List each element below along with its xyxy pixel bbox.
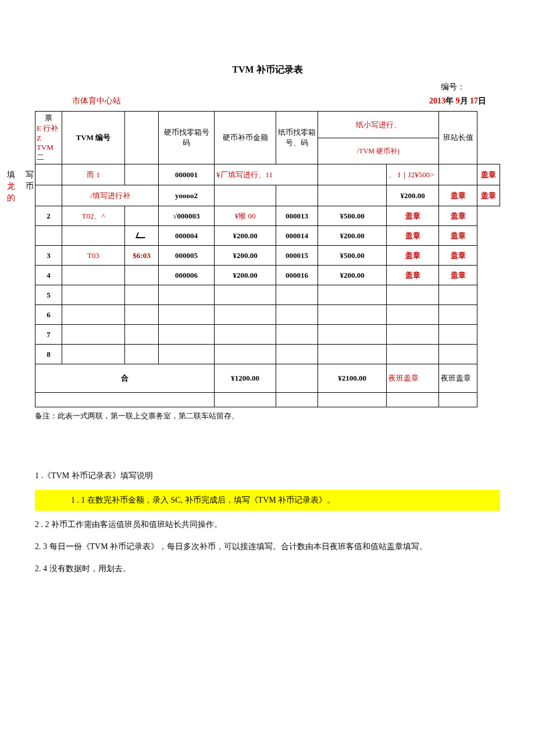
tvm-cell — [62, 226, 125, 246]
time-cell — [125, 164, 159, 185]
margin-word: 币 — [26, 181, 34, 192]
stamp2-cell: 盖章 — [477, 164, 500, 185]
total-empty — [276, 364, 318, 393]
stamp2-cell: 盖章 — [439, 266, 477, 285]
stamp2-cell — [439, 325, 477, 345]
time-cell — [125, 285, 159, 305]
stamp1-cell: 盖章 — [387, 226, 439, 246]
total-stamp2: 夜班盖章 — [439, 364, 477, 393]
time-cell — [125, 325, 159, 345]
seq-cell: 3 — [35, 246, 62, 266]
coinbox-cell — [159, 285, 215, 305]
coinbox-cell: 000005 — [159, 246, 215, 266]
paperamt-cell: ¥500.00 — [318, 206, 387, 226]
header-paperamt: 纸小写进行、 — [318, 112, 439, 138]
coinbox-cell — [159, 345, 215, 364]
table-row: 5 — [35, 285, 500, 305]
seq-cell: 7 — [35, 325, 62, 345]
table-row: 7 — [35, 325, 500, 345]
instruction-2-4: 2. 4 没有数据时，用划去。 — [35, 561, 500, 577]
coinbox-cell: √000003 — [159, 206, 215, 226]
coinbox-cell: 000001 — [159, 164, 215, 185]
time-cell — [125, 305, 159, 325]
paperamt-cell — [318, 345, 387, 364]
coinamt-cell — [215, 305, 276, 325]
record-date: 2013年 9月 17日 — [429, 96, 486, 106]
margin-word: 龙 — [7, 181, 15, 192]
tvm-cell: T02、^ — [62, 206, 125, 226]
header-paperamt-sub: /TVM 硬币补) — [318, 138, 439, 164]
paperamt-cell — [318, 285, 387, 305]
margin-word: 的 — [7, 193, 15, 203]
stamp1-cell: 盖章 — [387, 246, 439, 266]
seq-cell: 4 — [35, 266, 62, 285]
table-row: 8 — [35, 345, 500, 364]
paperamt-cell: ¥200.00 — [318, 226, 387, 246]
coinbox-cell: yoooo2 — [159, 185, 215, 206]
total-stamp1: 夜班盖章 — [387, 364, 439, 393]
seq-cell: 6 — [35, 305, 62, 325]
tvm-cell — [62, 285, 125, 305]
date-month: 9 — [456, 96, 460, 105]
paperamt-cell: 、 I｜J2¥500> — [387, 164, 439, 185]
paperbox-cell: 000013 — [276, 206, 318, 226]
doc-number-label: 编号： — [35, 82, 500, 92]
tvm-cell: T03 — [62, 246, 125, 266]
tvm-cell: /填写进行补 — [62, 185, 159, 206]
paperamt-cell: ¥200.00 — [318, 266, 387, 285]
stamp1-cell: 盖章 — [387, 266, 439, 285]
date-year-label: 年 — [445, 96, 454, 105]
paperbox-cell — [276, 185, 318, 206]
time-cell — [125, 206, 159, 226]
tvm-cell — [62, 345, 125, 364]
instruction-1-1: 1 . 1 在数完补币金额，录入 SC, 补币完成后，填写《TVM 补币记录表》… — [35, 490, 500, 511]
tvm-cell — [62, 325, 125, 345]
stamp1-cell — [387, 325, 439, 345]
record-table: 票 E 行补 Z TVM 二 TVM 编号 硬币找零箱号码 硬币补币金额 纸币找… — [35, 111, 500, 407]
time-cell: $6:03 — [125, 246, 159, 266]
total-coin: ¥1200.00 — [215, 364, 276, 393]
stamp2-cell: 盖章 — [439, 206, 477, 226]
header-paperbox: 纸币找零箱号、码 — [276, 112, 318, 164]
table-footnote: 备注：此表一式两联，第一联上交票务室，第二联车站留存。 — [35, 411, 500, 421]
header-coinamt: 硬币补币金额 — [215, 112, 276, 164]
table-row: 4000006¥200.00000016¥200.00盖章盖章 — [35, 266, 500, 285]
coinamt-cell — [215, 285, 276, 305]
date-day: 17 — [470, 96, 478, 105]
coinamt-cell: ¥200.00 — [215, 266, 276, 285]
instruction-2-3: 2. 3 每日一份《TVM 补币记录表》，每日多次补币，可以接连填写。合计数由本… — [35, 539, 500, 555]
stamp1-cell — [387, 285, 439, 305]
coinamt-cell: ¥200.00 — [215, 246, 276, 266]
table-row: 000004¥200.00000014¥200.00盖章盖章 — [35, 226, 500, 246]
paperamt-cell — [318, 305, 387, 325]
total-label: 合 — [35, 364, 215, 393]
stamp2-cell — [439, 345, 477, 364]
header-coinbox: 硬币找零箱号码 — [159, 112, 215, 164]
date-month-label: 月 — [460, 96, 468, 105]
coinamt-cell — [215, 325, 276, 345]
total-paper: ¥2100.00 — [318, 364, 387, 393]
seq-cell — [35, 164, 62, 185]
stamp2-cell: 盖章 — [477, 185, 500, 206]
paperamt-cell: ¥500.00 — [318, 246, 387, 266]
coinamt-cell: ¥猴 00 — [215, 206, 276, 226]
table-row: 3T03$6:03000005¥200.00000015¥500.00盖章盖章 — [35, 246, 500, 266]
stamp2-cell: 盖章 — [439, 226, 477, 246]
table-row: /填写进行补yoooo2¥200.00盖章盖章 — [35, 185, 500, 206]
blank-cell — [35, 393, 215, 407]
cell — [318, 164, 387, 185]
coinamt-cell: ¥200.00 — [215, 226, 276, 246]
paperbox-cell: 000014 — [276, 226, 318, 246]
paperamt-cell: ¥200.00 — [387, 185, 439, 206]
coinamt-cell: ¥厂填写进行、11 — [215, 164, 318, 185]
station-name: 市体育中心站 — [72, 96, 121, 106]
paperamt-cell — [318, 325, 387, 345]
seq-cell — [35, 226, 62, 246]
date-day-label: 日 — [478, 96, 486, 105]
stamp2-cell: 盖章 — [439, 246, 477, 266]
paperbox-cell: 000015 — [276, 246, 318, 266]
tvm-cell — [62, 305, 125, 325]
stamp2-cell — [439, 285, 477, 305]
table-row: 而 1000001¥厂填写进行、11、 I｜J2¥500>盖章 — [35, 164, 500, 185]
paperbox-cell: 000016 — [276, 266, 318, 285]
